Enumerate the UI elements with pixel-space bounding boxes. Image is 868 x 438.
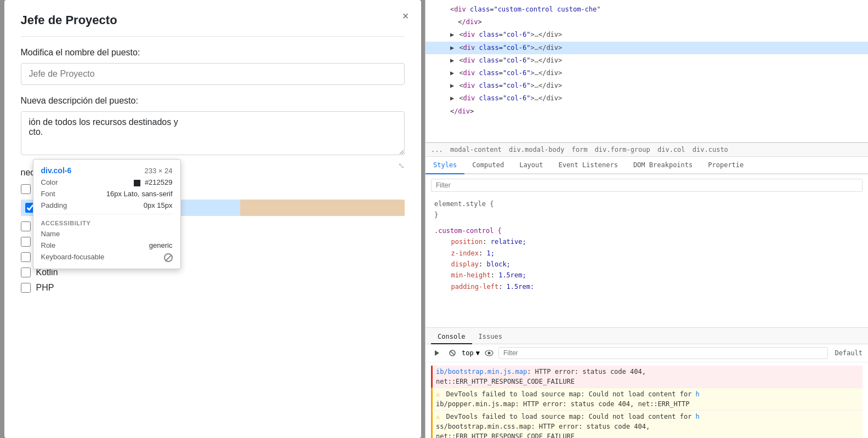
tooltip-accessibility-title: ACCESSIBILITY bbox=[41, 220, 173, 226]
modal-dialog: Jefe de Proyecto × Modifica el nombre de… bbox=[4, 0, 421, 438]
devtools-styles-panel: element.style { } .custom-control { posi… bbox=[426, 174, 868, 328]
console-message-1: ib/bootstrap.min.js.map: HTTP error: sta… bbox=[431, 366, 863, 388]
html-line-8: ▶ <div class="col-6">…</div> bbox=[426, 92, 868, 105]
rule-prop-position: position: relative; bbox=[434, 236, 859, 247]
html-line-6: ▶ <div class="col-6">…</div> bbox=[426, 67, 868, 79]
tab-dom-breakpoints[interactable]: DOM Breakpoints bbox=[626, 157, 700, 174]
modal-close-button[interactable]: × bbox=[402, 10, 409, 22]
skill-checkbox-go[interactable] bbox=[21, 252, 31, 262]
tooltip-color-label: Color bbox=[41, 178, 58, 186]
styles-filter-input[interactable] bbox=[431, 179, 863, 192]
warning-icon-2: ⚠ bbox=[436, 413, 440, 420]
tooltip-font-label: Font bbox=[41, 190, 55, 198]
tooltip-padding-label: Padding bbox=[41, 201, 67, 209]
top-label: top bbox=[462, 349, 474, 357]
modal-overlay: Jefe de Proyecto × Modifica el nombre de… bbox=[0, 0, 425, 438]
html-line-4[interactable]: ▶ <div class="col-6">…</div> bbox=[426, 42, 868, 54]
html-line-5: ▶ <div class="col-6">…</div> bbox=[426, 54, 868, 67]
console-link-2[interactable]: h bbox=[696, 390, 700, 398]
svg-point-4 bbox=[487, 352, 490, 355]
rule-prop-display: display: block; bbox=[434, 259, 859, 270]
console-link-1[interactable]: ib/bootstrap.min.js.map bbox=[436, 368, 527, 376]
svg-marker-0 bbox=[435, 350, 439, 356]
skill-item-kotlin: Kotlin bbox=[21, 268, 405, 277]
desc-field-label: Nueva descripción del puesto: bbox=[21, 96, 405, 106]
breadcrumb-modal-content[interactable]: modal-content bbox=[450, 146, 502, 153]
html-line-2: </div> bbox=[426, 16, 868, 29]
skill-label-kotlin: Kotlin bbox=[36, 268, 58, 277]
html-line-9: </div> bbox=[426, 105, 868, 118]
tooltip-role-label: Role bbox=[41, 241, 56, 249]
rule-prop-padding-left: padding-left: 1.5rem: bbox=[434, 281, 859, 292]
breadcrumb-ellipsis[interactable]: ... bbox=[431, 146, 443, 153]
console-tab-console[interactable]: Console bbox=[431, 330, 472, 344]
skill-item-php: PHP bbox=[21, 283, 405, 293]
tab-event-listeners[interactable]: Event Listeners bbox=[551, 157, 626, 174]
devtools-html-tree: <div class="custom-control custom-che" <… bbox=[426, 0, 868, 143]
html-line-3: ▶ <div class="col-6">…</div> bbox=[426, 29, 868, 41]
console-default-label: Default bbox=[835, 349, 863, 357]
breadcrumb-form-group[interactable]: div.form-group bbox=[595, 146, 650, 153]
tab-styles[interactable]: Styles bbox=[426, 157, 464, 174]
resize-handle-icon: ⤡ bbox=[398, 161, 405, 168]
breadcrumb-custo[interactable]: div.custo bbox=[693, 146, 728, 153]
skill-checkbox-css[interactable] bbox=[21, 221, 31, 231]
devtools-console-messages: ib/bootstrap.min.js.map: HTTP error: sta… bbox=[426, 362, 868, 438]
tab-properties[interactable]: Propertie bbox=[700, 157, 751, 174]
breadcrumb-col[interactable]: div.col bbox=[657, 146, 685, 153]
no-circle-icon bbox=[164, 253, 173, 262]
console-link-3[interactable]: h bbox=[696, 413, 700, 420]
tooltip-divider bbox=[41, 214, 173, 214]
console-filter-input[interactable] bbox=[498, 347, 829, 359]
skill-checkbox-jquery[interactable] bbox=[21, 237, 31, 247]
skill-label-php: PHP bbox=[36, 283, 54, 293]
devtools-panel: <div class="custom-control custom-che" <… bbox=[425, 0, 868, 438]
skill-checkbox-kotlin[interactable] bbox=[21, 268, 31, 277]
skill-checkbox-typescript[interactable] bbox=[21, 184, 31, 194]
console-run-button[interactable] bbox=[431, 347, 443, 359]
breadcrumb-form[interactable]: form bbox=[571, 146, 587, 153]
desc-textarea[interactable]: ión de todos los recursos destinados y c… bbox=[21, 111, 405, 155]
tooltip-role-value: generic bbox=[149, 241, 173, 249]
skill-bar-html5 bbox=[240, 200, 405, 216]
tooltip-name-value bbox=[171, 230, 173, 238]
devtools-console-tab-bar: Console Issues bbox=[426, 328, 868, 344]
name-input[interactable] bbox=[21, 63, 405, 85]
element-style-close: } bbox=[434, 209, 859, 220]
console-stop-button[interactable] bbox=[446, 347, 458, 359]
element-style-block: element.style { } bbox=[426, 196, 868, 223]
tooltip-padding-value: 0px 15px bbox=[144, 201, 173, 209]
tab-computed[interactable]: Computed bbox=[464, 157, 512, 174]
tooltip-color-value: #212529 bbox=[134, 178, 172, 186]
svg-line-2 bbox=[451, 351, 454, 355]
rule-prop-min-height: min-height: 1.5rem; bbox=[434, 270, 859, 281]
devtools-tab-bar: Styles Computed Layout Event Listeners D… bbox=[426, 157, 868, 174]
modal-title: Jefe de Proyecto bbox=[21, 13, 405, 37]
tooltip-dimensions: 233 × 24 bbox=[145, 167, 173, 175]
tooltip-name-label: Name bbox=[41, 230, 60, 238]
console-message-2: ⚠ DevTools failed to load source map: Co… bbox=[431, 388, 863, 411]
console-message-3: ⚠ DevTools failed to load source map: Co… bbox=[431, 411, 863, 438]
warning-icon: ⚠ bbox=[436, 390, 440, 398]
element-tooltip: div.col-6 233 × 24 Color #212529 Font 16… bbox=[33, 159, 181, 269]
breadcrumb-modal-body[interactable]: div.modal-body bbox=[509, 146, 564, 153]
rule-prop-zindex: z-index: 1; bbox=[434, 248, 859, 259]
devtools-console-toolbar: top ▼ Default bbox=[426, 344, 868, 362]
skill-checkbox-php[interactable] bbox=[21, 283, 31, 293]
element-style-rule: element.style { bbox=[434, 198, 859, 209]
name-field-label: Modifica el nombre del puesto: bbox=[21, 48, 405, 58]
console-eye-button[interactable] bbox=[483, 347, 495, 359]
tab-layout[interactable]: Layout bbox=[512, 157, 551, 174]
chevron-down-icon: ▼ bbox=[476, 349, 480, 357]
tooltip-keyboard-label: Keyboard-focusable bbox=[41, 253, 105, 262]
rule-selector: .custom-control { bbox=[434, 225, 859, 236]
tooltip-font-value: 16px Lato, sans-serif bbox=[106, 190, 173, 198]
custom-control-rule: .custom-control { position: relative; z-… bbox=[426, 223, 868, 294]
color-swatch-icon bbox=[134, 180, 140, 186]
console-tab-issues[interactable]: Issues bbox=[472, 330, 509, 344]
tooltip-class-name: div.col-6 bbox=[41, 166, 72, 175]
tooltip-keyboard-value bbox=[164, 253, 173, 262]
html-line-1: <div class="custom-control custom-che" bbox=[426, 3, 868, 16]
top-selector[interactable]: top ▼ bbox=[462, 349, 480, 357]
html-line-7: ▶ <div class="col-6">…</div> bbox=[426, 79, 868, 92]
